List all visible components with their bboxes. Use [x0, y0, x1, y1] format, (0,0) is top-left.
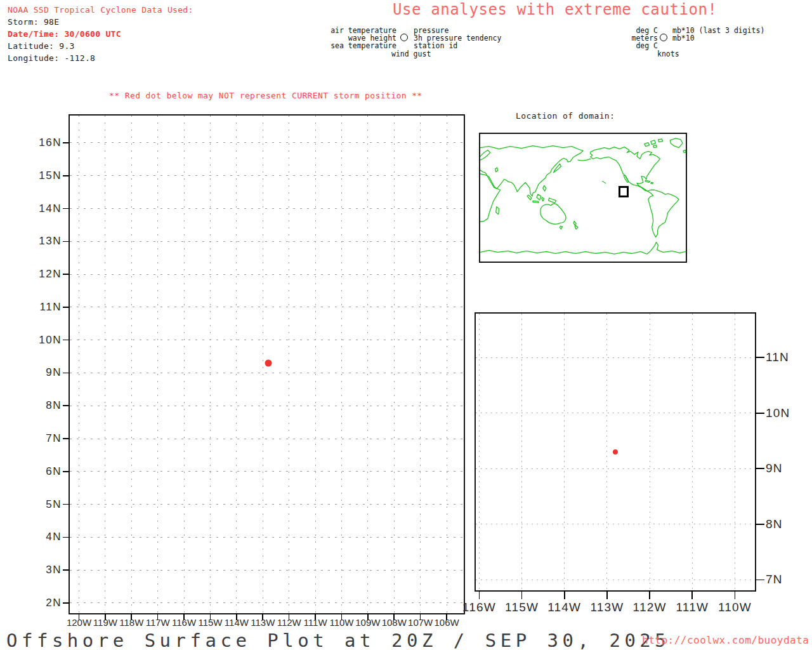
gridline-vertical — [184, 116, 185, 613]
y-tick-label: 14N — [39, 202, 62, 215]
x-tick-label: 110W — [718, 600, 752, 614]
gridline-horizontal — [70, 274, 464, 275]
x-tick-label: 112W — [633, 600, 667, 614]
gridline-horizontal — [476, 357, 755, 358]
x-tick-label: 113W — [590, 600, 624, 614]
y-axis-tick — [63, 471, 70, 472]
x-axis-tick — [735, 590, 736, 599]
gridline-vertical — [263, 116, 263, 613]
gridline-horizontal — [70, 439, 464, 439]
unit-pressure-tendency: mb*10 — [672, 34, 764, 42]
y-tick-label: 7N — [766, 573, 783, 587]
x-tick-label: 114W — [225, 617, 249, 628]
gridline-vertical — [289, 116, 289, 613]
gridline-horizontal — [70, 175, 464, 176]
gridline-vertical — [650, 314, 650, 590]
gridline-vertical — [735, 314, 735, 590]
x-tick-label: 108W — [382, 617, 407, 628]
unit-wind-gust: knots — [657, 50, 679, 58]
x-tick-label: 115W — [198, 617, 222, 628]
y-axis-tick — [755, 580, 764, 581]
units-legend-left-column: deg C meters deg C — [546, 27, 658, 50]
x-axis-tick — [564, 590, 565, 599]
gridline-horizontal — [70, 504, 464, 505]
x-tick-label: 112W — [277, 617, 301, 628]
y-axis-tick — [63, 373, 70, 374]
gridline-vertical — [447, 116, 447, 613]
x-tick-label: 119W — [93, 617, 117, 628]
x-tick-label: 118W — [119, 617, 143, 628]
x-axis-tick — [606, 590, 608, 599]
units-legend-right-column: mb*10 (last 3 digits) mb*10 — [672, 27, 764, 42]
gridline-vertical — [521, 314, 522, 590]
y-tick-label: 7N — [46, 432, 62, 445]
y-axis-tick — [63, 274, 70, 275]
zoom-plot-area: 116W115W114W113W112W111W110W11N10N9N8N7N — [476, 314, 755, 590]
gridline-horizontal — [70, 471, 464, 472]
y-axis-tick — [63, 241, 70, 242]
gridline-vertical — [131, 116, 132, 613]
storm-longitude-line: Longitude: -112.8 — [8, 52, 193, 64]
storm-position-warning-note: ** Red dot below may NOT represent CURRE… — [109, 91, 422, 100]
x-tick-label: 116W — [462, 600, 496, 614]
gridline-horizontal — [70, 307, 464, 307]
x-tick-label: 116W — [172, 617, 196, 628]
gridline-vertical — [564, 314, 565, 590]
gridline-vertical — [79, 116, 79, 613]
y-tick-label: 13N — [39, 235, 62, 248]
noaa-data-source-line: NOAA SSD Tropical Cyclone Data Used: — [8, 4, 193, 16]
world-coastline — [480, 138, 686, 254]
gridline-horizontal — [70, 142, 464, 143]
y-axis-tick — [755, 413, 764, 414]
gridline-horizontal — [70, 602, 464, 603]
gridline-horizontal — [476, 468, 755, 469]
y-tick-label: 12N — [39, 268, 62, 281]
x-axis-tick — [521, 590, 523, 599]
gridline-vertical — [157, 116, 158, 613]
gridline-horizontal — [476, 580, 755, 580]
plot-title: Offshore Surface Plot at 20Z / SEP 30, 2… — [6, 630, 670, 650]
gridline-vertical — [105, 116, 105, 613]
x-axis-tick — [649, 590, 650, 599]
gridline-vertical — [210, 116, 211, 613]
y-tick-label: 11N — [766, 350, 789, 364]
x-tick-label: 120W — [67, 617, 91, 628]
gridline-vertical — [692, 314, 693, 590]
y-tick-label: 9N — [766, 461, 783, 475]
y-axis-tick — [63, 175, 70, 176]
x-tick-label: 106W — [434, 617, 459, 628]
gridline-horizontal — [70, 241, 464, 242]
x-tick-label: 111W — [304, 617, 327, 628]
storm-98E-position — [613, 449, 618, 454]
y-axis-tick — [63, 340, 70, 341]
station-legend-left-column: air temperature wave height sea temperat… — [266, 27, 396, 50]
gridline-horizontal — [476, 413, 755, 413]
y-tick-label: 10N — [766, 406, 790, 420]
buoy-surface-plot-page: NOAA SSD Tropical Cyclone Data Used: Sto… — [0, 0, 812, 650]
y-tick-label: 2N — [46, 597, 62, 609]
y-tick-label: 15N — [39, 169, 62, 182]
y-tick-label: 5N — [46, 498, 62, 511]
gridline-vertical — [367, 116, 368, 613]
caution-headline: Use analyses with extreme caution! — [393, 1, 717, 18]
domain-map-title: Location of domain: — [516, 111, 615, 121]
storm-latitude-line: Latitude: 9.3 — [8, 40, 193, 52]
station-legend-right-column: pressure 3h pressure tendency station id — [414, 27, 501, 50]
y-axis-tick — [63, 438, 70, 439]
storm-datetime-line: Date/Time: 30/0600 UTC — [8, 28, 193, 40]
x-tick-label: 114W — [547, 600, 581, 614]
y-axis-tick — [63, 602, 70, 604]
gridline-vertical — [236, 116, 237, 613]
gridline-horizontal — [70, 340, 464, 340]
gridline-horizontal — [70, 537, 464, 538]
x-axis-tick — [479, 590, 480, 599]
y-axis-tick — [63, 569, 70, 571]
x-tick-label: 111W — [676, 600, 709, 614]
y-axis-tick — [63, 307, 70, 308]
main-offshore-plot: 120W119W118W117W116W115W114W113W112W111W… — [69, 114, 465, 614]
y-axis-tick — [755, 468, 764, 469]
gridline-vertical — [420, 116, 421, 613]
y-axis-tick — [63, 504, 70, 505]
storm-id-line: Storm: 98E — [8, 16, 193, 28]
storm-info-block: NOAA SSD Tropical Cyclone Data Used: Sto… — [8, 4, 193, 64]
